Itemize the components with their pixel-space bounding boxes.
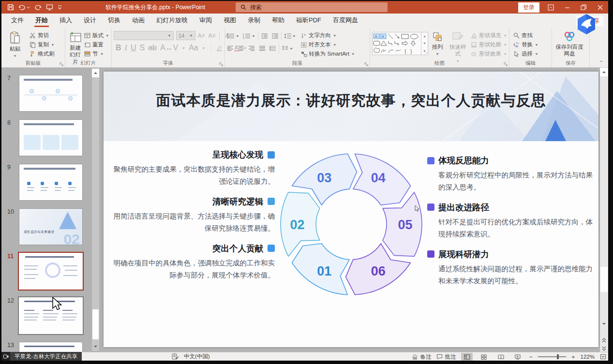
- slide-point-体现反思能力[interactable]: 体现反思能力客观分析研究过程中的局限性，展示对方法与结果的深入思考。: [427, 155, 593, 193]
- thumbnail-scrollbar[interactable]: [92, 69, 99, 351]
- zoom-slider[interactable]: [538, 356, 566, 357]
- text-direction-button[interactable]: A 文字方向▼: [301, 32, 355, 39]
- slide-title[interactable]: 面试本质是潜力展示：讲好研究故事，突出个人贡献与反思: [104, 91, 598, 111]
- ribbon-display-options-icon[interactable]: [542, 1, 559, 14]
- shadow-icon[interactable]: S: [139, 44, 145, 52]
- shrink-font-icon[interactable]: A˅: [207, 31, 217, 40]
- thumb-scroll-down-icon[interactable]: [92, 342, 99, 351]
- decrease-indent-icon[interactable]: [261, 33, 268, 39]
- shapes-more-icon[interactable]: ▼̲: [421, 47, 428, 55]
- character-spacing-icon[interactable]: A↔V: [160, 44, 178, 52]
- copy-button[interactable]: 复制 ▼: [30, 41, 55, 48]
- underline-icon[interactable]: U: [131, 44, 136, 52]
- distribute-icon[interactable]: [269, 45, 276, 51]
- save-icon[interactable]: [7, 4, 14, 11]
- slide-thumbnail-13[interactable]: [19, 342, 83, 352]
- line-spacing-icon[interactable]: [284, 33, 291, 39]
- fit-to-window-icon[interactable]: [600, 354, 606, 360]
- slide-thumbnail-7[interactable]: [19, 75, 83, 112]
- cut-button[interactable]: 剪切: [30, 32, 55, 39]
- tab-百度网盘[interactable]: 百度网盘: [327, 13, 364, 28]
- strikethrough-icon[interactable]: ab: [148, 44, 157, 52]
- select-button[interactable]: 选择▼: [513, 50, 538, 58]
- reading-view-button[interactable]: [495, 353, 507, 361]
- slide-canvas[interactable]: 面试本质是潜力展示：讲好研究故事，突出个人贡献与反思 呈现核心发现聚焦研究的主要…: [102, 68, 600, 352]
- language-indicator[interactable]: 中文(中国): [184, 353, 210, 360]
- clipboard-dialog-launcher-icon[interactable]: [60, 62, 63, 66]
- slide-point-展现科研潜力[interactable]: 展现科研潜力通过系统性解决问题的过程，展示严谨的思维能力和未来学术发展的可能性。: [427, 248, 593, 287]
- normal-view-button[interactable]: [461, 353, 473, 361]
- format-painter-button[interactable]: 格式刷: [30, 50, 55, 58]
- previous-slide-icon[interactable]: [600, 336, 608, 344]
- drawing-dialog-launcher-icon[interactable]: [504, 62, 508, 66]
- shapes-gallery[interactable]: A A { }: [372, 32, 428, 55]
- scroll-thumb[interactable]: [600, 267, 608, 292]
- tab-开始[interactable]: 开始: [30, 13, 54, 28]
- tab-插入[interactable]: 插入: [54, 13, 78, 28]
- tab-动画[interactable]: 动画: [126, 13, 150, 28]
- scroll-down-icon[interactable]: [600, 320, 608, 328]
- font-dialog-launcher-icon[interactable]: [219, 62, 223, 66]
- slideshow-icon[interactable]: [46, 4, 53, 11]
- slide-thumbnail-12[interactable]: [18, 296, 84, 335]
- slide-sorter-view-button[interactable]: [478, 353, 490, 361]
- tab-帮助[interactable]: 帮助: [266, 13, 290, 28]
- slide-point-突出个人贡献[interactable]: 突出个人贡献明确在项目中的具体角色，强调独立完成的工作和实际参与部分，展现个体学…: [113, 243, 275, 281]
- replace-button[interactable]: ab 替换▼: [513, 41, 538, 48]
- thumb-scroll-thumb[interactable]: [92, 309, 99, 339]
- arrange-button[interactable]: 排列 ▼: [428, 30, 447, 57]
- cycle-diagram[interactable]: 010203040506: [271, 145, 431, 304]
- layout-button[interactable]: 版式▼: [84, 32, 109, 39]
- tab-切换[interactable]: 切换: [102, 13, 126, 28]
- font-size-select[interactable]: 14▼: [176, 31, 195, 40]
- shape-fill-button[interactable]: 形状填充▼: [471, 32, 507, 39]
- find-button[interactable]: 查找: [513, 32, 538, 39]
- increase-indent-icon[interactable]: [271, 33, 279, 39]
- align-text-button[interactable]: 对齐文本▼: [301, 41, 355, 48]
- slide-point-清晰研究逻辑[interactable]: 清晰研究逻辑用简洁语言呈现问题背景、方法选择与关键步骤，确保研究脉络连贯易懂。: [113, 196, 275, 234]
- zoom-slider-thumb[interactable]: [557, 354, 559, 359]
- slide-thumbnail-9[interactable]: [19, 164, 83, 201]
- tab-幻灯片放映[interactable]: 幻灯片放映: [150, 13, 194, 28]
- shape-outline-button[interactable]: 形状轮廓▼: [471, 41, 507, 48]
- convert-smartart-button[interactable]: 转换为 SmartArt▼: [301, 50, 355, 58]
- align-center-icon[interactable]: [238, 45, 244, 51]
- numbering-icon[interactable]: 123: [243, 33, 251, 39]
- align-right-icon[interactable]: [248, 45, 255, 51]
- minimize-button[interactable]: [559, 1, 575, 14]
- slide-thumbnail-8[interactable]: [19, 119, 83, 156]
- bullets-icon[interactable]: [227, 33, 235, 39]
- restore-button[interactable]: [575, 1, 592, 14]
- change-case-icon[interactable]: Aa: [189, 44, 198, 52]
- zoom-level[interactable]: 122%: [581, 354, 595, 360]
- tab-视图[interactable]: 视图: [218, 13, 242, 28]
- signin-button[interactable]: 登录: [518, 2, 539, 13]
- justify-icon[interactable]: [259, 45, 266, 51]
- columns-icon[interactable]: [282, 45, 288, 51]
- next-slide-icon[interactable]: [600, 345, 608, 352]
- tab-文件[interactable]: 文件: [5, 13, 30, 28]
- align-left-icon[interactable]: [227, 45, 234, 51]
- redo-icon[interactable]: [34, 4, 42, 11]
- slide-point-提出改进路径[interactable]: 提出改进路径针对不足提出可行的优化方案或后续研究方向，体现持续探索意识。: [427, 202, 593, 240]
- shapes-scroll-up-icon[interactable]: ▲: [421, 32, 428, 40]
- slide-editor[interactable]: 面试本质是潜力展示：讲好研究故事，突出个人贡献与反思 呈现核心发现聚焦研究的主要…: [104, 72, 598, 347]
- scroll-up-icon[interactable]: [600, 68, 608, 76]
- slide-thumbnail-11[interactable]: [18, 252, 84, 291]
- quick-styles-button[interactable]: 快速样式 ▼: [447, 30, 469, 64]
- slideshow-view-button[interactable]: [512, 353, 523, 361]
- close-button[interactable]: [592, 1, 608, 14]
- tab-录制[interactable]: 录制: [242, 13, 266, 28]
- undo-icon[interactable]: [18, 4, 30, 11]
- tab-福昕PDF[interactable]: 福昕PDF: [290, 13, 327, 28]
- thumb-scroll-up-icon[interactable]: [92, 69, 99, 77]
- zoom-out-icon[interactable]: −: [529, 353, 533, 361]
- tab-审阅[interactable]: 审阅: [194, 13, 218, 28]
- paste-button[interactable]: 粘贴 ▼: [3, 30, 27, 58]
- paragraph-dialog-launcher-icon[interactable]: [364, 62, 368, 66]
- zoom-in-icon[interactable]: +: [571, 353, 575, 361]
- collapse-ribbon-icon[interactable]: ⌃: [599, 60, 603, 65]
- font-name-select[interactable]: ▼: [114, 31, 174, 40]
- notes-button[interactable]: 备注: [412, 353, 431, 361]
- shape-effects-button[interactable]: 形状效果▼: [471, 50, 507, 58]
